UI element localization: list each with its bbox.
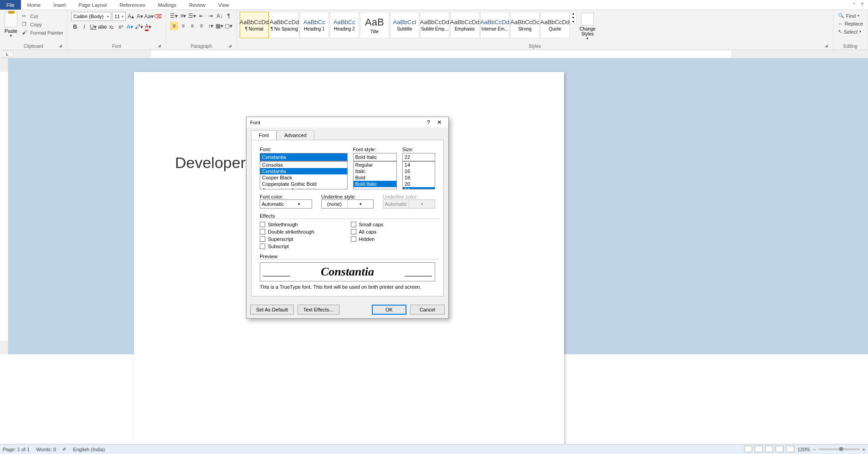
tab-page-layout[interactable]: Page Layout <box>72 1 113 9</box>
show-marks-button[interactable]: ¶ <box>225 12 233 20</box>
horizontal-ruler[interactable] <box>15 50 868 58</box>
list-item[interactable]: 20 <box>403 181 435 187</box>
subscript-button[interactable]: x₂ <box>108 23 116 31</box>
tab-mailings[interactable]: Mailings <box>152 1 183 9</box>
cut-button[interactable]: ✂Cut <box>21 13 64 20</box>
checkbox-superscript[interactable]: Superscript <box>260 236 314 242</box>
size-list[interactable]: 1416182022 <box>402 161 435 189</box>
vertical-ruler[interactable] <box>0 58 8 354</box>
tab-review[interactable]: Review <box>183 1 212 9</box>
clipboard-dialog-launcher[interactable]: ◢ <box>58 43 63 49</box>
align-center-button[interactable]: ≡ <box>179 22 187 30</box>
list-item[interactable]: Bold Italic <box>354 181 396 187</box>
paragraph-dialog-launcher[interactable]: ◢ <box>227 43 233 49</box>
text-effects-button[interactable]: A▾ <box>126 23 134 31</box>
highlight-button[interactable]: 🖍▾ <box>135 23 143 31</box>
checkbox-subscript[interactable]: Subscript <box>260 244 314 249</box>
checkbox-double-strikethrough[interactable]: Double strikethrough <box>260 229 314 235</box>
copy-button[interactable]: ❐Copy <box>21 21 64 28</box>
size-input[interactable] <box>402 153 435 161</box>
text-effects-button[interactable]: Text Effects... <box>298 305 339 315</box>
list-item[interactable]: Copperplate Gothic Bold <box>260 181 347 187</box>
tab-selector[interactable]: L <box>1 51 14 57</box>
style-item[interactable]: AaBbCcISubtitle <box>390 12 419 38</box>
checkbox-all-caps[interactable]: All caps <box>351 229 384 235</box>
zoom-in-button[interactable]: + <box>863 447 865 452</box>
font-input[interactable] <box>260 153 348 161</box>
superscript-button[interactable]: x² <box>117 23 125 31</box>
tab-home[interactable]: Home <box>21 1 47 9</box>
font-style-input[interactable] <box>353 153 397 161</box>
italic-button[interactable]: I <box>80 23 88 31</box>
numbering-button[interactable]: ≡▾ <box>179 12 187 20</box>
font-name-combo[interactable]: Calibri (Body)▾ <box>71 12 111 21</box>
strikethrough-button[interactable]: abc <box>98 23 107 31</box>
proofing-icon[interactable]: ✔ <box>62 446 67 452</box>
status-words[interactable]: Words: 0 <box>36 447 56 452</box>
scroll-up-icon[interactable]: ▴ <box>570 11 576 15</box>
list-item[interactable]: 18 <box>403 174 435 181</box>
dialog-titlebar[interactable]: Font ? ✕ <box>247 117 448 128</box>
font-size-combo[interactable]: 11▾ <box>112 12 126 21</box>
bullets-button[interactable]: ☰▾ <box>170 12 178 20</box>
style-item[interactable]: AaBbCcDdQuote <box>540 12 570 38</box>
font-list[interactable]: ConsolasConstantiaCooper BlackCopperplat… <box>260 161 348 189</box>
format-painter-button[interactable]: 🖌Format Painter <box>21 29 64 36</box>
style-item[interactable]: AaBbCcDd¶ Normal <box>240 12 269 38</box>
zoom-out-button[interactable]: − <box>813 447 816 452</box>
find-button[interactable]: 🔍Find▾ <box>837 12 864 19</box>
status-language[interactable]: English (India) <box>73 447 105 452</box>
list-item[interactable]: 22 <box>403 187 435 189</box>
font-color-button[interactable]: A▾ <box>144 23 152 31</box>
outline-view[interactable] <box>776 446 784 452</box>
list-item[interactable]: 16 <box>403 168 435 174</box>
replace-button[interactable]: ↔Replace <box>837 20 864 27</box>
dialog-tab-font[interactable]: Font <box>251 130 277 140</box>
change-styles-button[interactable]: Change Styles ▾ <box>577 11 598 42</box>
borders-button[interactable]: ▢▾ <box>225 22 233 30</box>
grow-font-button[interactable]: A▴ <box>127 12 135 20</box>
bold-button[interactable]: B <box>71 23 79 31</box>
cancel-button[interactable]: Cancel <box>410 305 445 315</box>
list-item[interactable]: Consolas <box>260 162 347 168</box>
styles-dialog-launcher[interactable]: ◢ <box>824 43 829 49</box>
style-item[interactable]: AaBTitle <box>360 12 389 38</box>
tab-file[interactable]: File <box>0 0 21 10</box>
align-right-button[interactable]: ≡ <box>188 22 196 30</box>
style-item[interactable]: AaBbCcHeading 1 <box>300 12 329 38</box>
fullscreen-view[interactable] <box>755 446 763 452</box>
zoom-level[interactable]: 120% <box>797 447 810 452</box>
clear-formatting-button[interactable]: ⌫ <box>154 12 162 20</box>
decrease-indent-button[interactable]: ⇤ <box>197 12 205 20</box>
checkbox-hidden[interactable]: Hidden <box>351 236 384 242</box>
dialog-tab-advanced[interactable]: Advanced <box>277 130 314 140</box>
web-layout-view[interactable] <box>765 446 773 452</box>
expand-gallery-icon[interactable]: ▾ <box>570 20 576 24</box>
tab-view[interactable]: View <box>212 1 236 9</box>
dialog-help-button[interactable]: ? <box>423 119 434 126</box>
draft-view[interactable] <box>786 446 794 452</box>
align-left-button[interactable]: ≡ <box>170 22 178 30</box>
font-color-dropdown[interactable]: Automatic▾ <box>260 199 312 209</box>
style-item[interactable]: AaBbCcDcStrong <box>510 12 539 38</box>
style-item[interactable]: AaBbCcDdIntense Em... <box>480 12 509 38</box>
sort-button[interactable]: A↓ <box>216 12 224 20</box>
minimize-ribbon-icon[interactable]: ⌃ <box>852 2 856 8</box>
set-default-button[interactable]: Set As Default <box>250 305 294 315</box>
list-item[interactable]: Regular <box>354 162 396 168</box>
style-item[interactable]: AaBbCcHeading 2 <box>330 12 359 38</box>
paste-button[interactable]: Paste ▾ <box>3 11 19 39</box>
list-item[interactable]: Italic <box>354 168 396 174</box>
dialog-close-button[interactable]: ✕ <box>434 119 445 126</box>
underline-style-dropdown[interactable]: (none)▾ <box>321 199 374 209</box>
change-case-button[interactable]: Aa▾ <box>145 12 153 20</box>
increase-indent-button[interactable]: ⇥ <box>206 12 215 20</box>
status-page[interactable]: Page: 1 of 1 <box>3 447 30 452</box>
multilevel-button[interactable]: ☰▾ <box>188 12 196 20</box>
styles-more[interactable]: ▴ ▾ ▾ <box>570 11 577 24</box>
style-item[interactable]: AaBbCcDd¶ No Spacing <box>270 12 299 38</box>
checkbox-small-caps[interactable]: Small caps <box>351 222 384 227</box>
help-icon[interactable]: ? <box>861 2 863 8</box>
scroll-down-icon[interactable]: ▾ <box>570 15 576 20</box>
checkbox-strikethrough[interactable]: Strikethrough <box>260 222 314 227</box>
